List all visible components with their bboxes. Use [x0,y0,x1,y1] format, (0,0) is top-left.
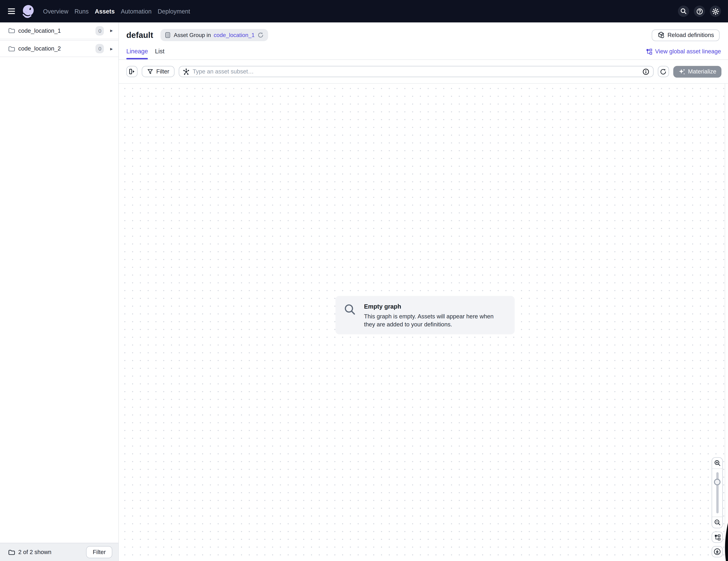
materialize-button[interactable]: Materialize [673,66,721,77]
asset-groups-sidebar: code_location_1 0 ▸ code_location_2 0 ▸ [0,22,119,561]
sync-icon [257,32,264,38]
view-global-asset-lineage-label: View global asset lineage [655,48,721,55]
zoom-in-button[interactable] [712,458,722,468]
nav-item-runs[interactable]: Runs [74,8,89,15]
code-location-name: code_location_1 [18,27,93,34]
asset-group-badge-text: Asset Group in [174,32,211,38]
nav-item-automation[interactable]: Automation [121,8,152,15]
expand-row-button[interactable]: ▸ [109,46,114,51]
search-button[interactable] [678,6,689,17]
dagster-app: Overview Runs Assets Automation Deployme… [0,0,728,561]
zoom-out-icon [714,519,721,526]
help-button[interactable] [694,6,705,17]
lineage-graph-canvas: Empty graph This graph is empty. Assets … [119,83,725,561]
shown-count-summary: 2 of 2 shown [18,549,83,555]
chevron-right-icon: ▸ [110,46,113,51]
download-image-button[interactable] [712,546,723,557]
empty-graph-title: Empty graph [364,303,504,310]
refresh-graph-button[interactable] [658,66,669,77]
hamburger-icon [8,8,15,14]
graph-view-controls [712,457,723,557]
tab-list[interactable]: List [155,43,164,59]
nav-item-overview[interactable]: Overview [43,8,68,15]
zoom-slider-handle[interactable] [714,479,721,485]
nav-item-assets[interactable]: Assets [95,8,115,15]
fit-lineage-view-button[interactable] [712,532,723,543]
subset-info-button[interactable] [642,68,649,75]
gear-icon [712,8,719,15]
info-icon [642,68,649,75]
primary-nav: Overview Runs Assets Automation Deployme… [43,8,190,15]
reload-definitions-button[interactable]: Reload definitions [652,29,720,41]
zoom-slider-track[interactable] [716,472,718,513]
nav-actions [678,6,721,17]
settings-button[interactable] [710,6,721,17]
lineage-toolbar: Filter [119,60,728,83]
page-header: default Asset Group in code [119,22,728,41]
empty-graph-card: Empty graph This graph is empty. Assets … [336,296,515,334]
expand-row-button[interactable]: ▸ [109,28,114,33]
view-tabs: Lineage List View global asset lineage [119,43,728,60]
nav-item-deployment[interactable]: Deployment [158,8,190,15]
page-title: default [126,30,153,40]
reload-definitions-label: Reload definitions [667,32,714,38]
asset-subset-input[interactable] [193,68,639,75]
sidebar-item-code-location-1[interactable]: code_location_1 0 ▸ [0,22,118,39]
panel-expand-icon [128,68,136,75]
mini-lineage-icon [714,534,720,540]
help-icon [696,8,703,15]
zoom-control [712,457,723,528]
asset-count-badge: 0 [96,44,104,53]
sidebar-footer: 2 of 2 shown Filter [0,543,118,561]
tab-lineage[interactable]: Lineage [126,43,148,59]
chevron-right-icon: ▸ [110,28,113,33]
sidebar-item-code-location-2[interactable]: code_location_2 0 ▸ [0,40,118,57]
asset-count-badge: 0 [96,26,104,35]
folder-icon [8,27,15,34]
asset-group-badge: Asset Group in code_location_1 [161,29,268,41]
folder-icon [8,549,15,556]
toggle-side-panel-button[interactable] [126,66,138,77]
zoom-slider [712,468,722,517]
op-selector-icon [183,68,189,75]
code-location-link[interactable]: code_location_1 [214,32,255,38]
zoom-in-icon [714,460,721,466]
view-global-asset-lineage-link[interactable]: View global asset lineage [646,48,721,59]
filter-funnel-icon [147,68,153,75]
folder-icon [8,45,15,52]
asset-group-main: default Asset Group in code [119,22,728,561]
lineage-graph-icon [646,48,652,54]
code-location-name: code_location_2 [18,45,93,52]
reload-cube-icon [657,31,665,39]
hamburger-menu-button[interactable] [8,8,15,14]
graph-filter-button[interactable]: Filter [142,66,174,77]
dagster-logo-icon [21,4,35,18]
sparkle-icon [678,68,685,75]
download-icon [713,548,721,555]
zoom-out-button[interactable] [712,517,722,528]
refresh-icon [660,68,667,75]
materialize-label: Materialize [688,68,716,75]
search-icon [680,8,687,15]
sidebar-filter-button[interactable]: Filter [86,546,112,558]
top-nav: Overview Runs Assets Automation Deployme… [0,0,728,22]
refresh-location-button[interactable] [257,32,264,38]
asset-group-icon [165,32,171,38]
asset-subset-input-wrapper [179,66,653,77]
graph-filter-label: Filter [156,68,169,75]
empty-graph-description: This graph is empty. Assets will appear … [364,312,504,329]
magnifier-icon [344,303,357,328]
